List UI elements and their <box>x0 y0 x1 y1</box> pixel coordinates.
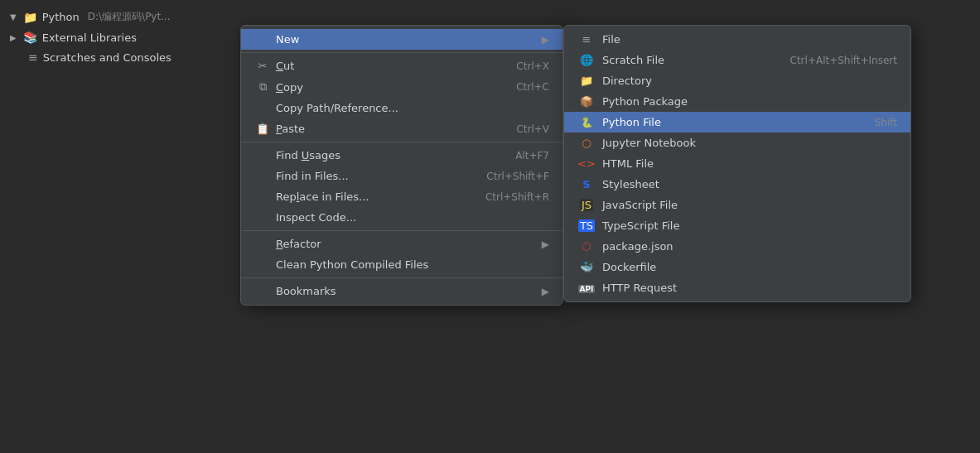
divider <box>241 52 562 53</box>
menu-item-find-usages[interactable]: Find Usages Alt+F7 <box>241 145 562 166</box>
sidebar-python-path: D:\编程源码\Pyt... <box>88 10 171 24</box>
find-files-shortcut: Ctrl+Shift+F <box>486 171 549 182</box>
sidebar-external-libs-label: External Libraries <box>42 31 137 44</box>
sidebar: ▼ 📁 Python D:\编程源码\Pyt... ▶ 📚 External L… <box>0 0 240 453</box>
menu-item-copy-path[interactable]: Copy Path/Reference... <box>241 98 562 118</box>
menu-find-usages-label: Find Usages <box>276 149 495 161</box>
menu-copy-label: Copy <box>276 81 496 94</box>
http-icon: API <box>577 282 596 294</box>
menu-copy-path-label: Copy Path/Reference... <box>276 102 549 114</box>
ts-icon: TS <box>577 219 596 232</box>
submenu-item-http[interactable]: API HTTP Request <box>564 277 910 298</box>
menu-item-cut[interactable]: ✂ Cut Ctrl+X <box>241 55 562 76</box>
menu-new-label: New <box>276 33 535 46</box>
divider <box>241 230 562 231</box>
python-file-icon: 🐍 <box>577 117 596 128</box>
submenu-pypkg-label: Python Package <box>602 95 897 108</box>
submenu-arrow-icon: ▶ <box>542 286 549 297</box>
submenu-item-dockerfile[interactable]: 🐳 Dockerfile <box>564 257 910 277</box>
submenu-jupyter-label: Jupyter Notebook <box>602 137 897 149</box>
submenu-item-jupyter[interactable]: ○ Jupyter Notebook <box>564 133 910 153</box>
scratch-icon: 🌐 <box>577 54 596 66</box>
submenu-html-label: HTML File <box>602 157 897 170</box>
submenu-scratch-label: Scratch File <box>602 54 777 66</box>
sidebar-item-external-libs[interactable]: ▶ 📚 External Libraries <box>0 27 240 47</box>
menu-cut-label: Cut <box>276 60 496 72</box>
folder-icon: 📁 <box>23 11 37 24</box>
sidebar-item-python[interactable]: ▼ 📁 Python D:\编程源码\Pyt... <box>0 7 240 27</box>
submenu-pythonfile-label: Python File <box>602 116 897 128</box>
submenu-directory-label: Directory <box>602 75 897 87</box>
jupyter-icon: ○ <box>577 137 596 149</box>
context-menu: New ▶ ✂ Cut Ctrl+X ⧉ Copy Ctrl+C Copy Pa… <box>240 25 563 306</box>
scratch-shortcut: Ctrl+Alt+Shift+Insert <box>790 55 897 66</box>
submenu-js-label: JavaScript File <box>602 199 897 211</box>
menu-paste-label: Paste <box>276 123 496 135</box>
submenu-http-label: HTTP Request <box>602 282 897 294</box>
menu-item-paste[interactable]: 📋 Paste Ctrl+V <box>241 118 562 139</box>
copy-shortcut: Ctrl+C <box>516 81 549 93</box>
submenu-item-directory[interactable]: 📁 Directory <box>564 70 910 91</box>
menu-item-find-files[interactable]: Find in Files... Ctrl+Shift+F <box>241 166 562 186</box>
menu-refactor-label: Refactor <box>276 238 535 250</box>
sidebar-item-scratches[interactable]: ≡ Scratches and Consoles <box>0 47 240 67</box>
menu-bookmarks-label: Bookmarks <box>276 285 535 297</box>
submenu-item-file[interactable]: ≡ File <box>564 29 910 50</box>
submenu-item-stylesheet[interactable]: S Stylesheet <box>564 174 910 195</box>
menu-item-refactor[interactable]: Refactor ▶ <box>241 234 562 254</box>
cut-icon: ✂ <box>254 60 271 72</box>
menu-item-bookmarks[interactable]: Bookmarks ▶ <box>241 281 562 301</box>
submenu-item-python-file[interactable]: 🐍 Python File Shift <box>564 112 910 133</box>
submenu-arrow-icon: ▶ <box>542 239 549 250</box>
docker-icon: 🐳 <box>577 261 596 273</box>
shift-hint: Shift <box>875 117 897 128</box>
divider <box>241 277 562 278</box>
submenu-arrow-icon: ▶ <box>542 34 549 46</box>
submenu-stylesheet-label: Stylesheet <box>602 178 897 190</box>
paste-shortcut: Ctrl+V <box>516 123 549 135</box>
submenu: ≡ File 🌐 Scratch File Ctrl+Alt+Shift+Ins… <box>563 25 911 302</box>
menu-item-new[interactable]: New ▶ <box>241 29 562 50</box>
submenu-item-js[interactable]: JS JavaScript File <box>564 195 910 215</box>
paste-icon: 📋 <box>254 123 271 135</box>
submenu-item-ts[interactable]: TS TypeScript File <box>564 215 910 236</box>
sidebar-scratches-label: Scratches and Consoles <box>43 51 171 64</box>
submenu-item-package-json[interactable]: ⬡ package.json <box>564 236 910 257</box>
menu-clean-label: Clean Python Compiled Files <box>276 258 549 271</box>
expand-arrow-icon: ▼ <box>10 12 17 22</box>
menu-item-replace[interactable]: Replace in Files... Ctrl+Shift+R <box>241 186 562 207</box>
submenu-item-scratch[interactable]: 🌐 Scratch File Ctrl+Alt+Shift+Insert <box>564 50 910 70</box>
js-icon: JS <box>577 199 596 211</box>
sidebar-python-label: Python <box>42 11 80 23</box>
python-package-icon: 📦 <box>577 95 596 108</box>
html-icon: <> <box>577 157 596 170</box>
submenu-item-python-package[interactable]: 📦 Python Package <box>564 91 910 112</box>
menu-find-files-label: Find in Files... <box>276 170 466 182</box>
directory-icon: 📁 <box>577 75 596 87</box>
submenu-file-label: File <box>602 33 897 46</box>
menu-item-inspect[interactable]: Inspect Code... <box>241 207 562 228</box>
divider <box>241 142 562 142</box>
menu-item-copy[interactable]: ⧉ Copy Ctrl+C <box>241 76 562 98</box>
submenu-pkgjson-label: package.json <box>602 240 897 253</box>
copy-icon: ⧉ <box>254 80 271 94</box>
menu-item-clean[interactable]: Clean Python Compiled Files <box>241 254 562 275</box>
package-json-icon: ⬡ <box>577 240 596 253</box>
find-usages-shortcut: Alt+F7 <box>515 150 549 161</box>
cut-shortcut: Ctrl+X <box>516 60 549 72</box>
expand-arrow-icon: ▶ <box>10 33 17 42</box>
scratches-icon: ≡ <box>28 51 38 64</box>
submenu-ts-label: TypeScript File <box>602 219 897 232</box>
menu-replace-label: Replace in Files... <box>276 190 466 203</box>
file-icon: ≡ <box>577 33 596 46</box>
submenu-dockerfile-label: Dockerfile <box>602 261 897 273</box>
menu-inspect-label: Inspect Code... <box>276 211 549 224</box>
library-icon: 📚 <box>23 31 37 44</box>
submenu-item-html[interactable]: <> HTML File <box>564 153 910 174</box>
css-icon: S <box>577 178 596 190</box>
replace-shortcut: Ctrl+Shift+R <box>485 191 549 203</box>
